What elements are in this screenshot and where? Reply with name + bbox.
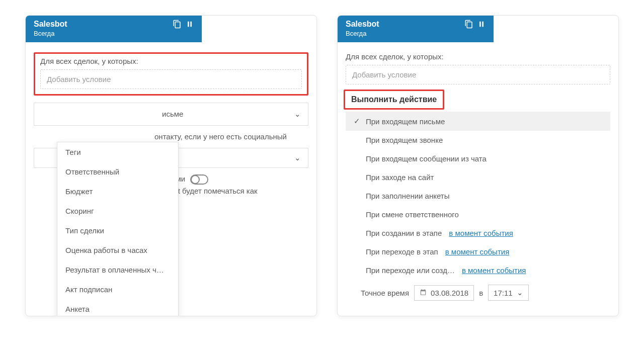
panel-header: Salesbot Всегда [338, 16, 494, 42]
chevron-down-icon[interactable]: ⌄ [294, 110, 301, 119]
header-subtitle: Всегда [346, 30, 379, 37]
dropdown-item-scoring[interactable]: Скоринг [57, 201, 178, 221]
calendar-icon [420, 289, 427, 297]
header-title: Salesbot [346, 20, 379, 29]
copy-icon[interactable] [173, 20, 182, 31]
dropdown-item-form[interactable]: Анкета [57, 299, 178, 316]
action-item-stage-move[interactable]: При переходе в этап в момент события [346, 242, 610, 261]
action-item-form[interactable]: При заполнении анкеты [346, 187, 610, 205]
dropdown-item-act-signed[interactable]: Акт подписан [57, 280, 178, 299]
add-condition-input[interactable]: Добавить условие [346, 65, 610, 84]
condition-dropdown: Теги Ответственный Бюджет Скоринг Тип сд… [57, 142, 179, 316]
dropdown-item-deal-type[interactable]: Тип сделки [57, 221, 178, 240]
moment-link[interactable]: в момент события [449, 229, 513, 237]
time-picker[interactable]: 17:11 ⌄ [488, 285, 529, 301]
dropdown-item-hours[interactable]: Оценка работы в часах [57, 240, 178, 260]
copy-icon[interactable] [464, 20, 473, 31]
moment-link[interactable]: в момент события [445, 247, 510, 256]
action-section-title: Выполнить действие [351, 95, 437, 104]
check-icon: ✓ [354, 117, 361, 126]
condition-label: Для всех сделок, у которых: [346, 52, 610, 61]
exact-time-row: Точное время 03.08.2018 в 17:11 ⌄ [346, 280, 610, 306]
pause-icon[interactable] [477, 20, 486, 31]
dropdown-item-tags[interactable]: Теги [57, 142, 178, 162]
chevron-down-icon[interactable]: ⌄ [294, 153, 301, 162]
action-item-stage-create[interactable]: При создании в этапе в момент события [346, 224, 610, 242]
action-item-responsible[interactable]: При смене ответственного [346, 205, 610, 224]
action-item-site[interactable]: При заходе на сайт [346, 168, 610, 187]
action-item-email[interactable]: ✓ При входящем письме [346, 112, 610, 131]
panel-left: Salesbot Всегда Для всех сделок, у котор… [25, 15, 317, 316]
action-item-stage-move-create[interactable]: При переходе или созд… в момент события [346, 261, 610, 280]
dropdown-item-responsible[interactable]: Ответственный [57, 162, 178, 182]
action-item-chat[interactable]: При входящем сообщении из чата [346, 149, 610, 168]
condition-label: Для всех сделок, у которых: [40, 57, 302, 65]
condition-highlight: Для всех сделок, у которых: Добавить усл… [34, 52, 308, 96]
header-title: Salesbot [34, 20, 67, 29]
toggle-switch[interactable] [190, 174, 208, 185]
action-item-call[interactable]: При входящем звонке [346, 131, 610, 149]
header-subtitle: Всегда [34, 30, 67, 37]
panel-right: Salesbot Всегда Для всех сделок, у котор… [337, 15, 619, 316]
action-list: ✓ При входящем письме При входящем звонк… [346, 112, 610, 306]
exact-time-label: Точное время [361, 289, 409, 297]
pause-icon[interactable] [186, 20, 194, 31]
panel-header: Salesbot Всегда [26, 16, 202, 42]
dropdown-item-budget[interactable]: Бюджет [57, 182, 178, 201]
action-title-highlight: Выполнить действие [344, 90, 444, 110]
add-condition-input[interactable]: Добавить условие [40, 69, 302, 89]
dropdown-item-paid-hours[interactable]: Результат в оплаченных ч… [57, 260, 178, 280]
moment-link[interactable]: в момент события [462, 266, 526, 275]
date-picker[interactable]: 03.08.2018 [414, 285, 474, 301]
chevron-down-icon: ⌄ [517, 288, 523, 297]
